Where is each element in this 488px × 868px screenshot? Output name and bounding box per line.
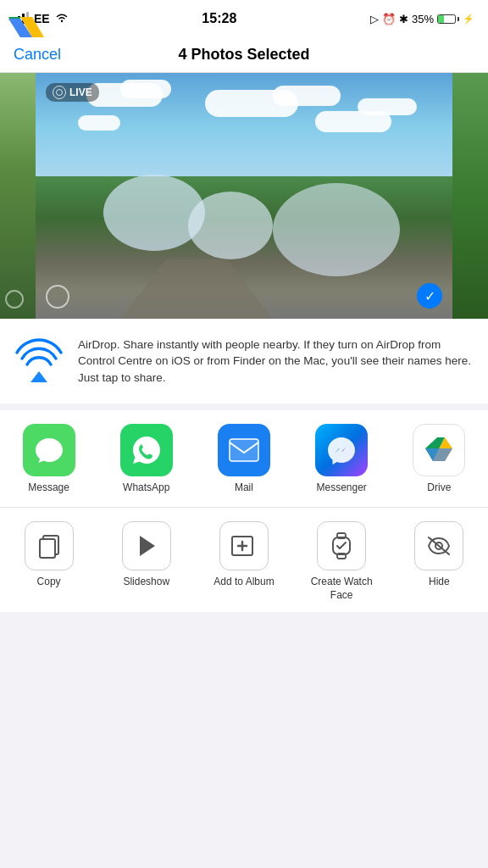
- battery-icon: [437, 14, 459, 24]
- app-item-whatsapp[interactable]: WhatsApp: [104, 424, 189, 493]
- cancel-button[interactable]: Cancel: [14, 46, 61, 64]
- charging-icon: ⚡: [463, 14, 474, 25]
- selected-check: ✓: [417, 283, 442, 309]
- copy-label: Copy: [37, 576, 61, 589]
- drive-app-label: Drive: [427, 481, 451, 493]
- hide-label: Hide: [429, 576, 450, 589]
- select-circle-left: [46, 285, 69, 309]
- copy-icon-box[interactable]: [25, 521, 74, 570]
- alarm-icon: ⏰: [382, 13, 396, 25]
- message-app-icon[interactable]: [23, 424, 75, 476]
- photo-ground: [36, 176, 452, 319]
- photo-side-left[interactable]: [0, 73, 36, 319]
- hide-icon-box[interactable]: [414, 521, 463, 570]
- battery-percent: 35%: [412, 13, 434, 25]
- slideshow-icon-box[interactable]: [122, 521, 171, 570]
- wifi-icon: [55, 12, 69, 25]
- message-app-label: Message: [28, 481, 69, 493]
- photo-main[interactable]: LIVE ✓: [36, 73, 452, 319]
- action-item-slideshow[interactable]: Slideshow: [104, 521, 189, 589]
- svg-marker-5: [30, 371, 47, 382]
- photo-strip: LIVE ✓: [0, 73, 488, 319]
- app-item-mail[interactable]: Mail: [202, 424, 286, 493]
- nav-bar: Cancel 4 Photos Selected: [0, 37, 488, 73]
- whatsapp-app-icon[interactable]: [120, 424, 173, 476]
- action-item-add-to-album[interactable]: Add to Album: [202, 521, 286, 589]
- app-item-message[interactable]: Message: [7, 424, 92, 493]
- app-item-messenger[interactable]: Messenger: [299, 424, 384, 493]
- svg-rect-6: [230, 439, 258, 461]
- action-item-create-watch-face[interactable]: Create Watch Face: [299, 521, 384, 602]
- add-to-album-label: Add to Album: [214, 576, 274, 589]
- messenger-app-icon[interactable]: [315, 424, 368, 476]
- action-item-hide[interactable]: Hide: [396, 521, 481, 589]
- svg-rect-12: [40, 539, 55, 558]
- app-item-drive[interactable]: Drive: [396, 424, 481, 493]
- create-watch-face-label: Create Watch Face: [299, 576, 384, 602]
- action-row: Copy Slideshow Add to Album: [0, 508, 488, 612]
- mail-app-icon[interactable]: [218, 424, 270, 476]
- live-dot-icon: [53, 86, 66, 99]
- location-icon: ▷: [370, 13, 379, 25]
- add-to-album-icon-box[interactable]: [219, 521, 269, 570]
- page-title: 4 Photos Selected: [178, 46, 309, 64]
- status-right: ▷ ⏰ ✱ 35% ⚡: [370, 13, 474, 25]
- whatsapp-app-label: WhatsApp: [123, 481, 169, 493]
- divider-1: [0, 403, 488, 410]
- status-bar: EE 15:28 ▷ ⏰ ✱ 35% ⚡: [0, 0, 488, 37]
- drive-app-icon[interactable]: [413, 424, 465, 476]
- create-watch-face-icon-box[interactable]: [317, 521, 366, 570]
- airdrop-icon: [14, 336, 64, 387]
- airdrop-description: AirDrop. Share instantly with people nea…: [78, 337, 474, 387]
- airdrop-section: AirDrop. Share instantly with people nea…: [0, 319, 488, 403]
- live-label: LIVE: [69, 86, 92, 98]
- svg-marker-13: [140, 536, 155, 556]
- bluetooth-icon: ✱: [399, 13, 408, 25]
- action-item-copy[interactable]: Copy: [7, 521, 92, 589]
- photo-side-right[interactable]: [452, 73, 488, 319]
- slideshow-label: Slideshow: [123, 576, 169, 589]
- mail-app-label: Mail: [235, 481, 253, 493]
- live-badge: LIVE: [46, 83, 99, 102]
- messenger-app-label: Messenger: [316, 481, 366, 493]
- app-share-row: Message WhatsApp Mail: [0, 410, 488, 507]
- svg-point-4: [60, 20, 62, 22]
- status-time: 15:28: [202, 11, 236, 26]
